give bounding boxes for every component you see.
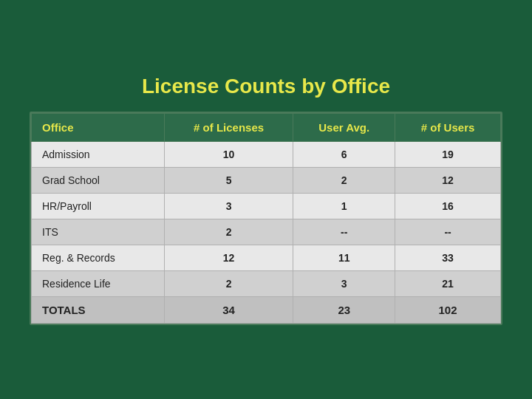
cell-users-5: 21 [395, 270, 501, 296]
cell-office-6: TOTALS [32, 296, 165, 323]
cell-office-1: Grad School [32, 167, 165, 193]
table-row: HR/Payroll3116 [32, 193, 501, 219]
cell-licenses-2: 3 [164, 193, 293, 219]
table-row: TOTALS3423102 [32, 296, 501, 323]
table-row: Admission10619 [32, 141, 501, 167]
cell-users-6: 102 [395, 296, 501, 323]
cell-user_avg-2: 1 [293, 193, 395, 219]
page-title: License Counts by Office [142, 75, 390, 98]
cell-office-5: Residence Life [32, 270, 165, 296]
table-row: ITS2---- [32, 219, 501, 245]
cell-user_avg-6: 23 [293, 296, 395, 323]
table-row: Residence Life2321 [32, 270, 501, 296]
cell-users-4: 33 [395, 245, 501, 270]
col-header-user-avg: User Avg. [293, 113, 395, 141]
cell-office-0: Admission [32, 141, 165, 167]
cell-office-2: HR/Payroll [32, 193, 165, 219]
cell-licenses-6: 34 [164, 296, 293, 323]
cell-office-4: Reg. & Records [32, 245, 165, 270]
cell-users-0: 19 [395, 141, 501, 167]
cell-licenses-4: 12 [164, 245, 293, 270]
cell-user_avg-3: -- [293, 219, 395, 245]
license-counts-table: Office # of Licenses User Avg. # of User… [30, 112, 502, 325]
cell-users-1: 12 [395, 167, 501, 193]
cell-users-3: -- [395, 219, 501, 245]
cell-office-3: ITS [32, 219, 165, 245]
cell-user_avg-4: 11 [293, 245, 395, 270]
cell-user_avg-0: 6 [293, 141, 395, 167]
col-header-licenses: # of Licenses [164, 113, 293, 141]
cell-licenses-3: 2 [164, 219, 293, 245]
table-row: Grad School5212 [32, 167, 501, 193]
col-header-office: Office [32, 113, 165, 141]
cell-user_avg-5: 3 [293, 270, 395, 296]
table-row: Reg. & Records121133 [32, 245, 501, 270]
cell-licenses-5: 2 [164, 270, 293, 296]
table-header-row: Office # of Licenses User Avg. # of User… [32, 113, 501, 141]
cell-users-2: 16 [395, 193, 501, 219]
col-header-users: # of Users [395, 113, 501, 141]
cell-licenses-0: 10 [164, 141, 293, 167]
cell-user_avg-1: 2 [293, 167, 395, 193]
cell-licenses-1: 5 [164, 167, 293, 193]
